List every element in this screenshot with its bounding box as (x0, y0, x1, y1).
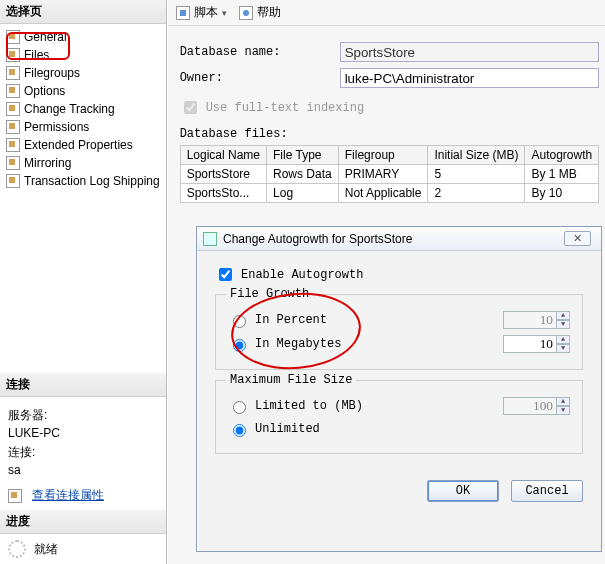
tree-item-mirroring[interactable]: Mirroring (2, 154, 164, 172)
view-connection-props-link[interactable]: 查看连接属性 (32, 487, 104, 504)
chevron-down-icon: ▾ (222, 8, 227, 18)
tree-label: Extended Properties (24, 138, 133, 152)
connection-header: 连接 (0, 373, 166, 397)
page-icon (6, 48, 20, 62)
cell: SportsStore (180, 165, 266, 184)
connection-icon (8, 489, 22, 503)
unlimited-radio[interactable] (233, 424, 246, 437)
in-percent-label: In Percent (255, 313, 327, 327)
in-mb-label: In Megabytes (255, 337, 341, 351)
tree-label: Mirroring (24, 156, 71, 170)
col-initial-size[interactable]: Initial Size (MB) (428, 146, 525, 165)
server-label: 服务器: (8, 407, 158, 424)
spin-up-icon[interactable]: ▲ (556, 335, 570, 344)
mb-spinner[interactable]: ▲▼ (503, 335, 570, 353)
unlimited-label: Unlimited (255, 422, 320, 436)
tree-label: Files (24, 48, 49, 62)
dialog-icon (203, 232, 217, 246)
col-file-type[interactable]: File Type (267, 146, 339, 165)
in-percent-radio[interactable] (233, 315, 246, 328)
progress-block: 就绪 (0, 534, 166, 564)
ready-label: 就绪 (34, 541, 58, 558)
col-logical-name[interactable]: Logical Name (180, 146, 266, 165)
tree-item-extended-properties[interactable]: Extended Properties (2, 136, 164, 154)
page-icon (6, 30, 20, 44)
tree-item-permissions[interactable]: Permissions (2, 118, 164, 136)
page-icon (6, 138, 20, 152)
conn-value: sa (8, 463, 158, 477)
spinner-icon (8, 540, 26, 558)
select-page-header: 选择页 (0, 0, 166, 24)
dbname-label: Database name: (180, 45, 340, 59)
file-growth-legend: File Growth (226, 287, 313, 301)
tree-item-files[interactable]: Files (2, 46, 164, 64)
help-label: 帮助 (257, 4, 281, 21)
owner-label: Owner: (180, 71, 340, 85)
limited-label: Limited to (MB) (255, 399, 363, 413)
tree-item-change-tracking[interactable]: Change Tracking (2, 100, 164, 118)
ok-button[interactable]: OK (427, 480, 499, 502)
dialog-title: Change Autogrowth for SportsStore (223, 232, 412, 246)
cell: SportsSto... (180, 184, 266, 203)
toolbar: 脚本 ▾ 帮助 (168, 0, 605, 26)
cell: 2 (428, 184, 525, 203)
limited-spinner[interactable]: ▲▼ (503, 397, 570, 415)
page-icon (6, 120, 20, 134)
help-button[interactable]: 帮助 (239, 4, 281, 21)
spin-down-icon[interactable]: ▼ (556, 344, 570, 353)
owner-field[interactable] (340, 68, 600, 88)
col-filegroup[interactable]: Filegroup (338, 146, 428, 165)
col-autogrowth[interactable]: Autogrowth (525, 146, 599, 165)
page-icon (6, 84, 20, 98)
help-icon (239, 6, 253, 20)
table-row[interactable]: SportsSto... Log Not Applicable 2 By 10 (180, 184, 599, 203)
tree-item-options[interactable]: Options (2, 82, 164, 100)
table-row[interactable]: SportsStore Rows Data PRIMARY 5 By 1 MB (180, 165, 599, 184)
fulltext-label: Use full-text indexing (206, 101, 364, 115)
spin-down-icon: ▼ (556, 320, 570, 329)
server-value: LUKE-PC (8, 426, 158, 440)
tree-label: Transaction Log Shipping (24, 174, 160, 188)
file-growth-group: File Growth In Percent ▲▼ In Megabytes ▲… (215, 294, 583, 370)
spin-down-icon: ▼ (556, 406, 570, 415)
script-label: 脚本 (194, 4, 218, 21)
page-icon (6, 66, 20, 80)
cell: Not Applicable (338, 184, 428, 203)
max-size-group: Maximum File Size Limited to (MB) ▲▼ Unl… (215, 380, 583, 454)
percent-spinner[interactable]: ▲▼ (503, 311, 570, 329)
progress-header: 进度 (0, 510, 166, 534)
dialog-close-button[interactable]: ✕ (564, 231, 591, 246)
conn-label: 连接: (8, 444, 158, 461)
cell: By 1 MB (525, 165, 599, 184)
max-size-legend: Maximum File Size (226, 373, 356, 387)
autogrowth-dialog: Change Autogrowth for SportsStore ✕ Enab… (196, 226, 602, 552)
percent-input (503, 311, 557, 329)
script-button[interactable]: 脚本 ▾ (176, 4, 227, 21)
cell: By 10 (525, 184, 599, 203)
tree-label: Options (24, 84, 65, 98)
in-mb-radio[interactable] (233, 339, 246, 352)
page-icon (6, 102, 20, 116)
db-files-grid[interactable]: Logical Name File Type Filegroup Initial… (180, 145, 600, 203)
limited-input (503, 397, 557, 415)
page-icon (6, 174, 20, 188)
limited-radio[interactable] (233, 401, 246, 414)
spin-up-icon: ▲ (556, 311, 570, 320)
cell: PRIMARY (338, 165, 428, 184)
fulltext-checkbox (184, 101, 197, 114)
cell: Rows Data (267, 165, 339, 184)
dbname-field (340, 42, 600, 62)
tree-item-general[interactable]: General (2, 28, 164, 46)
tree-item-filegroups[interactable]: Filegroups (2, 64, 164, 82)
cell: Log (267, 184, 339, 203)
script-icon (176, 6, 190, 20)
tree-label: Change Tracking (24, 102, 115, 116)
spin-up-icon: ▲ (556, 397, 570, 406)
tree-item-tx-log-shipping[interactable]: Transaction Log Shipping (2, 172, 164, 190)
cancel-button[interactable]: Cancel (511, 480, 583, 502)
tree-label: Filegroups (24, 66, 80, 80)
mb-input[interactable] (503, 335, 557, 353)
page-icon (6, 156, 20, 170)
enable-autogrowth-checkbox[interactable] (219, 268, 232, 281)
db-files-label: Database files: (180, 127, 600, 141)
